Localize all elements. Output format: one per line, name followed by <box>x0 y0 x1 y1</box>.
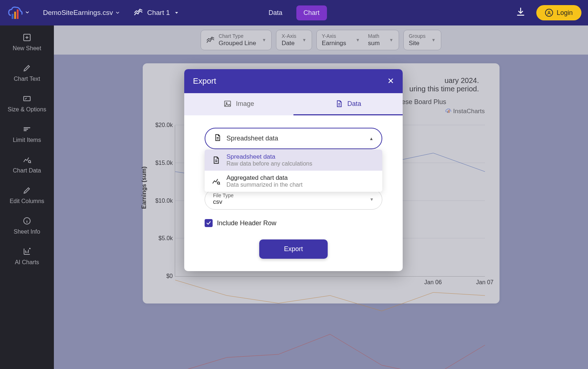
image-icon <box>224 100 232 108</box>
svg-point-12 <box>226 103 227 104</box>
svg-point-3 <box>548 11 550 13</box>
document-icon <box>211 155 221 165</box>
modal-title: Export <box>193 76 216 86</box>
svg-rect-2 <box>17 9 19 19</box>
toggle-data[interactable]: Data <box>261 5 289 20</box>
view-toggle: Data Chart <box>261 5 327 20</box>
modal-header: Export ✕ <box>184 69 403 93</box>
app-logo[interactable] <box>7 4 23 21</box>
login-button[interactable]: Login <box>536 5 581 20</box>
file-name: DemoSiteEarnings.csv <box>43 9 113 17</box>
chevron-down-icon <box>115 10 120 15</box>
top-bar: DemoSiteEarnings.csv Chart 1 Data Chart … <box>0 0 588 25</box>
triangle-up-icon: ▲ <box>369 136 374 141</box>
data-scope-dropdown: Spreadsheet data Raw data before any cal… <box>205 150 382 192</box>
login-label: Login <box>557 9 573 17</box>
logo-chevron-icon[interactable] <box>25 10 30 16</box>
include-header-row: Include Header Row <box>205 219 382 227</box>
analytics-icon <box>211 176 221 186</box>
document-icon <box>213 134 221 143</box>
option-spreadsheet-data[interactable]: Spreadsheet data Raw data before any cal… <box>205 150 382 171</box>
file-selector[interactable]: DemoSiteEarnings.csv <box>43 9 120 17</box>
include-header-checkbox[interactable] <box>205 219 213 227</box>
toggle-chart[interactable]: Chart <box>296 5 327 20</box>
tab-image[interactable]: Image <box>184 93 293 115</box>
chart-selector[interactable]: Chart 1 <box>133 8 179 18</box>
data-scope-select[interactable]: Spreadsheet data ▲ <box>205 128 382 149</box>
close-icon[interactable]: ✕ <box>387 76 394 86</box>
user-icon <box>545 9 553 17</box>
modal-tabs: Image Data <box>184 93 403 115</box>
select-value: Spreadsheet data <box>226 135 278 142</box>
option-aggregated-data[interactable]: Aggregated chart data Data summarized in… <box>205 171 382 192</box>
document-icon <box>335 100 343 108</box>
triangle-down-icon <box>174 10 179 16</box>
svg-rect-0 <box>12 14 13 19</box>
export-button[interactable]: Export <box>259 239 328 259</box>
export-modal: Export ✕ Image Data Spreadsheet data ▲ S… <box>184 69 403 271</box>
modal-body: Spreadsheet data ▲ Spreadsheet data Raw … <box>184 115 403 271</box>
triangle-down-icon: ▼ <box>370 197 374 202</box>
file-type-select[interactable]: File Type csv ▼ <box>205 189 382 210</box>
download-icon[interactable] <box>516 7 525 19</box>
svg-rect-1 <box>14 12 16 19</box>
tab-data[interactable]: Data <box>293 93 403 115</box>
chart-name: Chart 1 <box>147 9 170 17</box>
logo-block <box>7 4 30 21</box>
multiline-icon <box>133 8 143 18</box>
